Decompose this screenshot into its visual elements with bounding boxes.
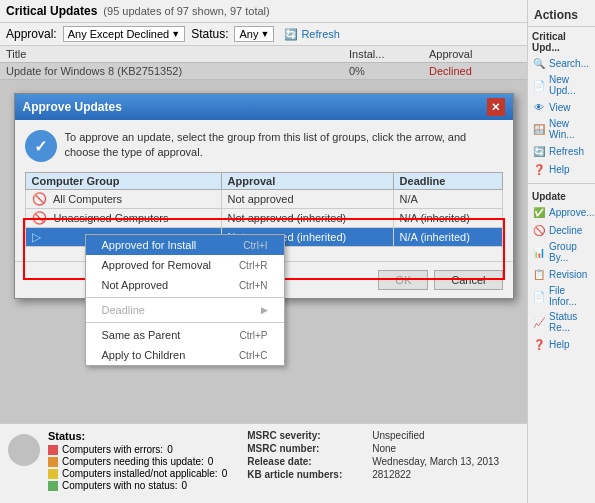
- errors-label: Computers with errors:: [62, 444, 163, 455]
- sidebar-divider: [528, 183, 595, 184]
- update-count: (95 updates of 97 shown, 97 total): [103, 5, 269, 17]
- msrc-number-key: MSRC number:: [247, 443, 342, 454]
- main-area: Critical Updates (95 updates of 97 shown…: [0, 0, 527, 503]
- shortcut-label: Ctrl+R: [239, 260, 268, 271]
- sidebar-item-new-window[interactable]: 🪟 New Win...: [528, 116, 595, 142]
- col-approval-header: Approval: [221, 173, 393, 190]
- menu-item-deadline: Deadline ▶: [86, 300, 284, 320]
- msrc-number-val: None: [372, 443, 499, 454]
- dropdown-arrow: ▼: [171, 29, 180, 39]
- modal-table-container: Computer Group Approval Deadline 🚫 All C: [25, 172, 503, 247]
- sidebar-item-approve[interactable]: ✅ Approve...: [528, 203, 595, 221]
- approve-updates-dialog: Approve Updates ✕ ✓ To approve an update…: [14, 93, 514, 299]
- sidebar-item-decline[interactable]: 🚫 Decline: [528, 221, 595, 239]
- status-item-no-status: Computers with no status: 0: [48, 480, 227, 491]
- no-icon: 🚫: [32, 192, 47, 206]
- modal-titlebar: Approve Updates ✕: [15, 94, 513, 120]
- ok-button[interactable]: OK: [378, 270, 428, 290]
- status-bar: Status: Computers with errors: 0 Compute…: [0, 423, 527, 503]
- submenu-arrow: ▶: [261, 305, 268, 315]
- status-dropdown[interactable]: Any ▼: [234, 26, 274, 42]
- menu-separator: [86, 322, 284, 323]
- sidebar-item-new-update[interactable]: 📄 New Upd...: [528, 72, 595, 98]
- sidebar-section-critical: Critical Upd... 🔍 Search... 📄 New Upd...…: [528, 27, 595, 180]
- status-label: Status:: [191, 27, 228, 41]
- status-label-col: Status: Computers with errors: 0 Compute…: [48, 430, 227, 491]
- status-right: MSRC severity: MSRC number: Release date…: [247, 430, 499, 497]
- sidebar-item-search[interactable]: 🔍 Search...: [528, 54, 595, 72]
- arrow-icon: ▷: [32, 230, 41, 244]
- col-title-header: Title: [6, 48, 349, 60]
- orange-dot: [48, 457, 58, 467]
- sidebar-item-refresh[interactable]: 🔄 Refresh: [528, 142, 595, 160]
- shortcut-label: Ctrl+I: [243, 240, 267, 251]
- sidebar-item-help-1[interactable]: ❓ Help: [528, 160, 595, 178]
- deadline-val: N/A (inherited): [393, 209, 502, 228]
- sidebar-item-revision[interactable]: 📋 Revision: [528, 265, 595, 283]
- new-window-icon: 🪟: [532, 122, 546, 136]
- shortcut-label: Ctrl+N: [239, 280, 268, 291]
- release-date-val: Wednesday, March 13, 2013: [372, 456, 499, 467]
- sidebar-item-view[interactable]: 👁 View: [528, 98, 595, 116]
- no-status-value: 0: [182, 480, 188, 491]
- file-info-icon: 📄: [532, 289, 546, 303]
- shortcut-label: Ctrl+C: [239, 350, 268, 361]
- no-status-label: Computers with no status:: [62, 480, 178, 491]
- approval-val: Not approved: [221, 190, 393, 209]
- view-icon: 👁: [532, 100, 546, 114]
- status-dropdown-arrow: ▼: [260, 29, 269, 39]
- sidebar-item-group-by[interactable]: 📊 Group By...: [528, 239, 595, 265]
- modal-close-button[interactable]: ✕: [487, 98, 505, 116]
- menu-item-approved-for-install[interactable]: Approved for Install Ctrl+I: [86, 235, 284, 255]
- menu-item-approved-for-removal[interactable]: Approved for Removal Ctrl+R: [86, 255, 284, 275]
- col-deadline-header: Deadline: [393, 173, 502, 190]
- cancel-button[interactable]: Cancel: [434, 270, 502, 290]
- sidebar-section-update-title: Update: [528, 189, 595, 203]
- col-computer-group: Computer Group: [25, 173, 221, 190]
- help-icon-1: ❓: [532, 162, 546, 176]
- approval-label: Approval:: [6, 27, 57, 41]
- yellow-dot: [48, 469, 58, 479]
- status-report-icon: 📈: [532, 315, 546, 329]
- status-circle-icon: [8, 434, 40, 466]
- menu-item-not-approved[interactable]: Not Approved Ctrl+N: [86, 275, 284, 295]
- column-headers: Title Instal... Approval: [0, 46, 527, 63]
- release-date-key: Release date:: [247, 456, 342, 467]
- refresh-sidebar-icon: 🔄: [532, 144, 546, 158]
- sidebar-section-update: Update ✅ Approve... 🚫 Decline 📊 Group By…: [528, 187, 595, 355]
- green-dot: [48, 481, 58, 491]
- approval-val: Not approved (inherited): [221, 209, 393, 228]
- table-row[interactable]: 🚫 All Computers Not approved N/A: [25, 190, 502, 209]
- status-left: Status: Computers with errors: 0 Compute…: [8, 430, 227, 497]
- sidebar-item-status-report[interactable]: 📈 Status Re...: [528, 309, 595, 335]
- errors-value: 0: [167, 444, 173, 455]
- refresh-button[interactable]: 🔄 Refresh: [280, 27, 344, 42]
- kb-article-key: KB article numbers:: [247, 469, 342, 480]
- modal-description: ✓ To approve an update, select the group…: [25, 130, 503, 162]
- needing-label: Computers needing this update:: [62, 456, 204, 467]
- kb-article-val: 2812822: [372, 469, 499, 480]
- menu-item-apply-to-children[interactable]: Apply to Children Ctrl+C: [86, 345, 284, 365]
- installed-label: Computers installed/not applicable:: [62, 468, 218, 479]
- modal-body: ✓ To approve an update, select the group…: [15, 120, 513, 261]
- modal-info-icon: ✓: [25, 130, 57, 162]
- menu-item-same-as-parent[interactable]: Same as Parent Ctrl+P: [86, 325, 284, 345]
- sidebar-item-file-info[interactable]: 📄 File Infor...: [528, 283, 595, 309]
- table-row[interactable]: 🚫 Unassigned Computers Not approved (inh…: [25, 209, 502, 228]
- col-approval-header: Approval: [429, 48, 509, 60]
- deadline-val: N/A: [393, 190, 502, 209]
- modal-backdrop: Approve Updates ✕ ✓ To approve an update…: [0, 63, 527, 423]
- approval-dropdown[interactable]: Any Except Declined ▼: [63, 26, 185, 42]
- status-item-installed: Computers installed/not applicable: 0: [48, 468, 227, 479]
- status-item-needing: Computers needing this update: 0: [48, 456, 227, 467]
- status-items: Computers with errors: 0 Computers needi…: [48, 444, 227, 491]
- sidebar-item-help-2[interactable]: ❓ Help: [528, 335, 595, 353]
- group-name: 🚫 Unassigned Computers: [25, 209, 221, 228]
- group-name: 🚫 All Computers: [25, 190, 221, 209]
- group-by-icon: 📊: [532, 245, 546, 259]
- window-title: Critical Updates: [6, 4, 97, 18]
- search-icon: 🔍: [532, 56, 546, 70]
- col-install-header: Instal...: [349, 48, 429, 60]
- context-menu: Approved for Install Ctrl+I Approved for…: [85, 234, 285, 366]
- refresh-icon: 🔄: [284, 28, 298, 41]
